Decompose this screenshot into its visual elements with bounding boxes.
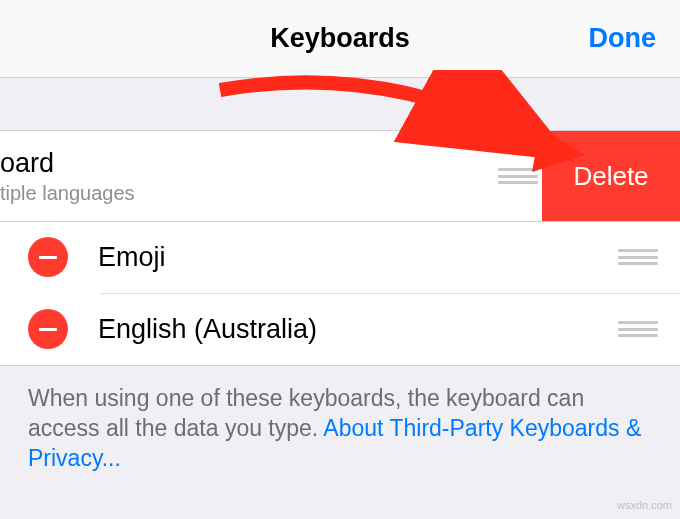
keyboard-subtitle-partial: tiple languages [0,181,135,205]
keyboard-row[interactable]: English (Australia) [0,293,680,365]
keyboard-label: Emoji [98,242,618,273]
keyboards-list: oard tiple languages Delete Emoji Englis… [0,130,680,366]
remove-minus-icon[interactable] [28,309,68,349]
reorder-handle-icon[interactable] [618,321,658,337]
reorder-handle-icon[interactable] [618,249,658,265]
keyboard-row[interactable]: Emoji [0,221,680,293]
section-gap [0,78,680,130]
remove-minus-icon[interactable] [28,237,68,277]
keyboard-name-partial: oard [0,147,135,179]
page-title: Keyboards [270,23,410,54]
watermark: wsxdn.com [617,499,672,511]
navigation-bar: Keyboards Done [0,0,680,78]
footer-description: When using one of these keyboards, the k… [0,366,680,474]
delete-button[interactable]: Delete [542,131,680,221]
done-button[interactable]: Done [589,23,657,54]
swiped-content: oard tiple languages [0,131,560,221]
reorder-handle-icon[interactable] [498,168,538,184]
keyboard-label: English (Australia) [98,314,618,345]
keyboard-row-swiped[interactable]: oard tiple languages Delete [0,131,680,221]
